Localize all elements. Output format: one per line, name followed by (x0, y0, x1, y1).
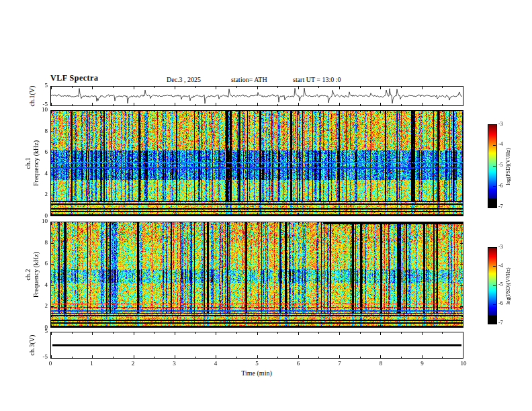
x-tick (277, 111, 278, 112)
y-tick (461, 275, 463, 275)
x-tick (195, 222, 196, 224)
x-tick (442, 214, 443, 216)
x-tick (51, 332, 52, 335)
x-tick (72, 332, 73, 334)
x-tick (195, 214, 196, 216)
y-tick (51, 152, 54, 153)
x-tick (318, 357, 319, 358)
x-tick (154, 332, 154, 334)
y-tick (51, 205, 52, 205)
y-tick (51, 295, 52, 296)
x-tick (216, 324, 216, 327)
ch2-spectrogram-image (51, 222, 463, 327)
x-tick (298, 332, 299, 335)
y-tick (51, 316, 52, 317)
x-tick (257, 332, 258, 335)
x-tick (51, 111, 52, 113)
x-tick (298, 111, 299, 113)
x-tick (72, 104, 73, 105)
x-tick (360, 111, 361, 112)
x-tick (216, 111, 216, 113)
ch2-colorbar-tick-label: -3 (498, 244, 511, 250)
x-tick (236, 87, 237, 88)
ch2-colorbar-tick-label-mark (493, 323, 496, 324)
x-tick (318, 111, 319, 112)
x-tick (380, 87, 381, 89)
ch1-spec-y-tick-label: 8 (36, 128, 48, 135)
x-tick (134, 222, 134, 225)
y-tick (51, 174, 54, 175)
header-date: Dec.3 , 2025 (167, 76, 201, 83)
x-tick (134, 213, 134, 216)
x-tick (422, 103, 423, 105)
ch2-spectrogram-panel (50, 222, 463, 328)
x-tick (134, 332, 134, 335)
ch1-colorbar-gradient (488, 125, 496, 208)
x-tick (113, 87, 114, 88)
x-tick (401, 87, 402, 88)
x-tick (401, 111, 402, 112)
x-tick (401, 332, 402, 334)
x-tick (236, 326, 237, 327)
ch2-spec-ylabel-line1: ch.2 (24, 222, 32, 328)
x-tick-label: 2 (126, 361, 140, 367)
x-tick (154, 87, 154, 88)
x-tick (51, 355, 52, 358)
x-tick (298, 324, 299, 327)
ch2-spec-y-tick-label: 6 (36, 261, 48, 267)
ch1-colorbar-tick-label: -6 (498, 183, 511, 189)
ch1-spec-y-tick-label: 4 (36, 171, 48, 177)
x-axis-title: Time (min) (236, 369, 277, 377)
x-tick (380, 355, 381, 358)
x-tick (277, 326, 278, 327)
ch1-spectrogram-image (51, 111, 463, 216)
ch1-wave-y-tick-label: 5 (36, 83, 48, 89)
x-tick (339, 111, 340, 113)
x-tick (175, 213, 175, 216)
x-tick (401, 104, 402, 105)
x-tick (339, 332, 340, 335)
x-tick (134, 103, 134, 105)
x-tick (401, 357, 402, 358)
ch2-colorbar-tick-label: -5 (498, 282, 511, 288)
y-tick (51, 132, 54, 132)
x-tick (422, 332, 423, 335)
x-tick (113, 222, 114, 224)
y-tick (461, 254, 463, 255)
ch2-spec-y-tick-label: 2 (36, 303, 48, 310)
x-tick (51, 324, 52, 327)
x-tick (257, 111, 258, 113)
ch1-colorbar (488, 124, 497, 208)
y-tick (51, 254, 52, 255)
x-tick (277, 222, 278, 224)
x-tick (380, 324, 381, 327)
ch1-spec-ylabel: ch.1 Frequency (kHz) (24, 110, 40, 216)
y-tick (460, 243, 463, 244)
x-tick (442, 326, 443, 327)
x-tick (380, 213, 381, 216)
y-tick (51, 184, 52, 185)
x-tick (422, 324, 423, 327)
x-tick (360, 87, 361, 88)
x-tick-label: 5 (251, 361, 264, 367)
x-tick (72, 326, 73, 327)
x-tick (463, 355, 463, 358)
x-tick (463, 103, 463, 105)
x-tick-label: 3 (168, 361, 181, 367)
x-tick (380, 103, 381, 105)
y-tick (51, 163, 52, 164)
ch3-waveform-panel (50, 332, 463, 359)
y-tick (460, 152, 463, 153)
x-tick (401, 222, 402, 224)
y-tick (51, 243, 54, 244)
x-tick-label: 0 (44, 361, 57, 367)
ch1-colorbar-tick-label: -7 (498, 204, 511, 210)
x-tick (195, 87, 196, 88)
x-tick (360, 357, 361, 358)
x-tick (442, 332, 443, 334)
x-tick (113, 214, 114, 216)
ch1-colorbar-tick-label-mark (493, 166, 496, 167)
x-tick (216, 213, 216, 216)
ch2-colorbar-tick-label-mark (493, 266, 496, 267)
ch2-spec-ylabel: ch.2 Frequency (kHz) (24, 222, 40, 328)
